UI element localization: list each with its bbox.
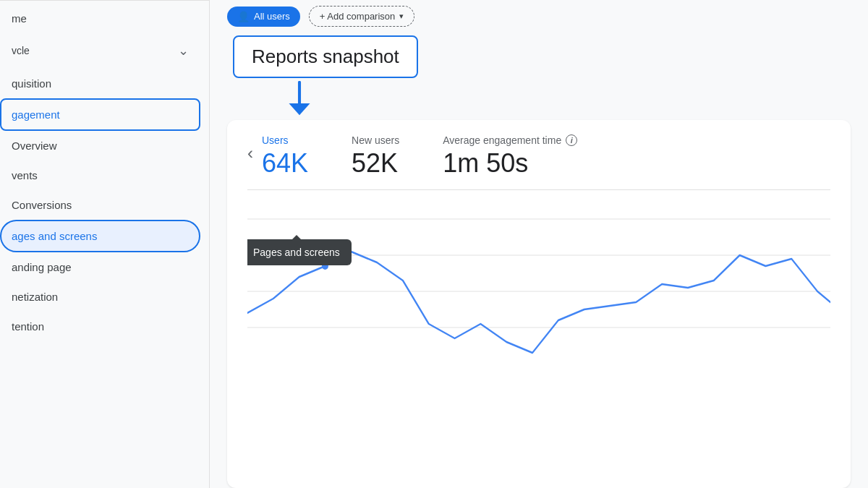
pages-screens-tooltip: Pages and screens bbox=[247, 239, 352, 265]
add-comparison-pill[interactable]: + Add comparison ▾ bbox=[309, 6, 414, 27]
sidebar-item-acquisition[interactable]: quisition bbox=[0, 69, 200, 98]
chart-area: Pages and screens bbox=[247, 190, 830, 488]
sidebar: me vcle ⌄ quisition gagement Overview ve… bbox=[0, 0, 210, 488]
sidebar-divider bbox=[0, 0, 209, 1]
chart-line bbox=[247, 252, 830, 353]
sidebar-item-landing-page[interactable]: anding page bbox=[0, 252, 200, 282]
metric-users: Users 64K bbox=[262, 134, 308, 178]
all-users-icon: 👤 bbox=[237, 11, 250, 22]
arrow-down-icon bbox=[285, 81, 314, 117]
chevron-down-icon: ▾ bbox=[399, 12, 404, 21]
all-users-pill[interactable]: 👤 All users bbox=[227, 7, 300, 27]
info-icon[interactable]: i bbox=[566, 134, 577, 146]
snapshot-arrow bbox=[227, 81, 851, 117]
sidebar-item-events[interactable]: vents bbox=[0, 160, 200, 190]
filter-bar: 👤 All users + Add comparison ▾ bbox=[210, 0, 868, 33]
sidebar-item-engagement[interactable]: gagement bbox=[0, 98, 200, 131]
metric-new-users-value: 52K bbox=[352, 149, 399, 178]
sidebar-item-retention[interactable]: tention bbox=[0, 312, 200, 341]
metric-new-users-label: New users bbox=[352, 134, 399, 146]
reports-snapshot-label: Reports snapshot bbox=[233, 35, 418, 78]
sidebar-item-monetization[interactable]: netization bbox=[0, 282, 200, 312]
chevron-up-icon: ⌄ bbox=[178, 42, 189, 60]
metric-avg-engagement: Average engagement time i 1m 50s bbox=[443, 134, 577, 178]
sidebar-item-home[interactable]: me bbox=[0, 4, 200, 33]
sidebar-item-pages-screens[interactable]: ages and screens bbox=[0, 220, 200, 252]
svg-marker-1 bbox=[289, 103, 310, 115]
sidebar-item-lifecycle[interactable]: vcle ⌄ bbox=[0, 33, 200, 69]
metric-avg-engagement-value: 1m 50s bbox=[443, 149, 577, 178]
metric-users-label: Users bbox=[262, 134, 308, 146]
snapshot-section: Reports snapshot bbox=[210, 35, 868, 117]
metric-new-users: New users 52K bbox=[352, 134, 399, 178]
metric-avg-engagement-label: Average engagement time i bbox=[443, 134, 577, 146]
line-chart bbox=[247, 197, 830, 356]
metrics-row: ‹ Users 64K New users 52K Average engage… bbox=[247, 134, 830, 190]
sidebar-item-overview[interactable]: Overview bbox=[0, 131, 200, 160]
metrics-prev-button[interactable]: ‹ bbox=[247, 143, 262, 169]
sidebar-item-conversions[interactable]: Conversions bbox=[0, 190, 200, 220]
main-content: 👤 All users + Add comparison ▾ Reports s… bbox=[210, 0, 868, 488]
metrics-card: ‹ Users 64K New users 52K Average engage… bbox=[227, 120, 851, 488]
metric-users-value: 64K bbox=[262, 149, 308, 178]
